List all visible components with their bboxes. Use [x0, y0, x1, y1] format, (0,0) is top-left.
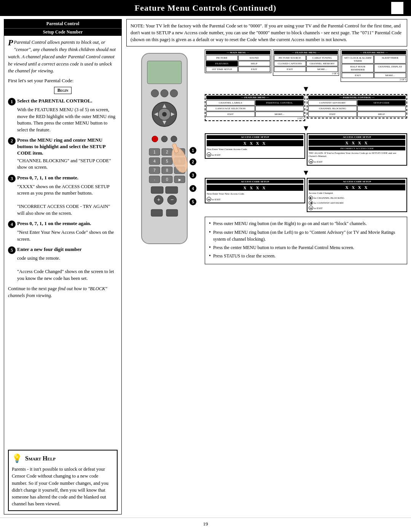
main-container: Parental Control Setup Code Number PPare…	[0, 16, 411, 518]
bullet-section: • Press outer MENU ring button (on the R…	[205, 217, 407, 264]
lightbulb-icon: 💡	[12, 454, 22, 463]
svg-point-12	[152, 136, 158, 142]
smart-help-title: Smart Help	[25, 455, 56, 462]
svg-text:0: 0	[166, 177, 168, 182]
svg-text:▶: ▶	[178, 178, 181, 182]
step-5: 5 Enter a new four digit number code usi…	[8, 246, 118, 282]
step-3-body: "XXXX" shows on the ACCESS CODE SETUP sc…	[17, 184, 118, 217]
step-3: 3 Press 0, 7, 1, 1 on the remote. "XXXX"…	[8, 175, 118, 217]
svg-text:-: -	[154, 178, 155, 182]
smart-help-text: Parents - it isn't possible to unlock or…	[12, 466, 114, 507]
svg-rect-52	[166, 187, 178, 193]
access-code-setup-screen-1: ACCESS CODE SETUP X X X X First Enter Yo…	[205, 133, 305, 159]
arrow-down-3: ▼	[205, 169, 407, 176]
access-code-incorrect-screen: ACCESS CODE SETUP X X X X INCORRECT ACCE…	[307, 133, 407, 166]
right-diagrams-container: — MAIN MENU — PICTURE SOUND FEATURES HEL…	[205, 50, 407, 514]
row-2-screens: — FEATURE MENU — CHANNEL LABELS PARENTAL…	[205, 94, 407, 121]
step-1-header: Select the PARENTAL CONTROL.	[17, 98, 92, 104]
step-2-header: Press the MENU ring and center MENU butt…	[17, 137, 118, 157]
svg-rect-51	[151, 187, 163, 193]
svg-rect-1	[147, 61, 182, 84]
svg-text:7: 7	[153, 168, 156, 173]
setup-code-header: Setup Code Number	[4, 28, 121, 36]
feature-menu-2-screen: — FEATURE MENU — SET CLOCK & ALARM TIMER…	[341, 50, 407, 82]
svg-rect-57	[151, 209, 162, 216]
right-column: NOTE: Your TV left the factory with the …	[126, 19, 407, 514]
svg-point-13	[161, 136, 167, 142]
bullet-2: • Press outer MENU ring button (on the L…	[209, 229, 403, 243]
svg-text:4: 4	[192, 187, 194, 191]
bullet-1-text: Press outer MENU ring button (on the Rig…	[213, 220, 367, 227]
svg-text:3: 3	[192, 173, 194, 177]
remote-control-svg: 1 2 3 4 5 6 7 8 9	[130, 50, 199, 255]
bullet-4-text: Press STATUS to clear the screen.	[213, 252, 276, 259]
svg-text:−: −	[170, 197, 174, 203]
row-4-screens: ACCESS CODE SETUP X X X X Next Enter You…	[205, 178, 407, 212]
step-1-number: 1	[8, 98, 16, 105]
step-5-header: Enter a new four digit number	[17, 246, 82, 253]
access-code-new-screen: ACCESS CODE SETUP X X X X Next Enter You…	[205, 178, 305, 203]
row-1-screens: — MAIN MENU — PICTURE SOUND FEATURES HEL…	[205, 50, 407, 82]
svg-text:1: 1	[153, 150, 156, 154]
svg-text:4: 4	[153, 159, 156, 163]
page-number: 19	[0, 518, 411, 530]
step-5-number: 5	[8, 246, 16, 254]
bullet-3: • Press the center MENU button to return…	[209, 244, 403, 251]
bullet-2-text: Press outer MENU ring button (on the Lef…	[213, 229, 403, 243]
diagrams-area: 1 2 3 4 5 6 7 8 9	[126, 50, 407, 514]
parental-code-label: First let's set your Parental Code:	[8, 78, 118, 84]
continue-text: Continue to the next page find out how t…	[8, 286, 118, 299]
step-3-number: 3	[8, 175, 16, 182]
bullet-4: • Press STATUS to clear the screen.	[209, 252, 403, 259]
step-5-body: code using the remote. "Access Code Chan…	[17, 255, 118, 282]
drop-cap-P: P	[8, 39, 13, 46]
svg-point-2	[151, 89, 159, 97]
step-4-number: 4	[8, 220, 16, 228]
step-1-body: With the FEATURES MENU (3 of 5) on scree…	[17, 107, 118, 133]
row-3-screens: ACCESS CODE SETUP X X X X First Enter Yo…	[205, 133, 407, 166]
svg-text:5: 5	[192, 200, 194, 204]
bullet-3-text: Press the center MENU button to return t…	[213, 244, 354, 251]
intro-italic-text: PParental Control allows parents to bloc…	[8, 39, 118, 75]
main-menu-screen: — MAIN MENU — PICTURE SOUND FEATURES HEL…	[205, 50, 271, 73]
svg-point-3	[161, 89, 168, 97]
svg-text:2: 2	[192, 160, 194, 164]
smart-help-header: 💡 Smart Help	[12, 454, 114, 463]
step-2: 2 Press the MENU ring and center MENU bu…	[8, 137, 118, 171]
step-4-body: "Next Enter Your New Access Code" shows …	[17, 229, 118, 243]
remote-diagram-area: 1 2 3 4 5 6 7 8 9	[126, 50, 202, 514]
svg-point-4	[170, 89, 178, 97]
arrow-down-2: ▼	[205, 124, 407, 132]
step-2-number: 2	[8, 137, 16, 145]
page-title: Feature Menu Controls (Continued)	[0, 0, 411, 16]
note-text: NOTE: Your TV left the factory with the …	[131, 23, 401, 42]
access-code-changed-screen: ACCESS CODE SETUP X X X X Access Code Ch…	[307, 178, 407, 212]
svg-text:5: 5	[166, 159, 168, 163]
step-2-body: "CHANNEL BLOCKING" and "SETUP CODE" show…	[17, 158, 118, 171]
step-1: 1 Select the PARENTAL CONTROL. With the …	[8, 98, 118, 133]
svg-text:+: +	[157, 197, 160, 203]
step-4-header: Press 0, 7, 1, 1 on the remote again.	[17, 220, 91, 227]
feature-menu-1-screen: — FEATURE MENU — PICTURE SOURCE CABLE TU…	[273, 50, 339, 76]
svg-text:8: 8	[166, 168, 168, 173]
feature-menu-3-screen: — FEATURE MENU — CHANNEL LABELS PARENTAL…	[205, 94, 305, 121]
smart-help-box: 💡 Smart Help Parents - it isn't possible…	[8, 450, 118, 511]
note-box: NOTE: Your TV left the factory with the …	[126, 19, 407, 46]
parental-control-screen: — PARENTAL CONTROL — CONTENT ADVISORY SE…	[307, 94, 407, 118]
arrow-down-1: ▼	[205, 85, 407, 93]
step-4: 4 Press 0, 7, 1, 1 on the remote again. …	[8, 220, 118, 243]
begin-label: Begin	[54, 87, 72, 94]
svg-rect-58	[166, 209, 178, 216]
bullet-1: • Press outer MENU ring button (on the R…	[209, 220, 403, 227]
title-box-decoration	[391, 2, 403, 14]
parental-control-header: Parental Control	[4, 19, 121, 28]
svg-text:1: 1	[192, 149, 194, 153]
left-column: Parental Control Setup Code Number PPare…	[4, 19, 122, 514]
step-3-header: Press 0, 7, 1, 1 on the remote.	[17, 175, 78, 181]
svg-point-14	[171, 136, 177, 142]
svg-point-7	[162, 112, 167, 117]
svg-text:2: 2	[166, 150, 168, 154]
left-content-area: PParental Control allows parents to bloc…	[4, 36, 121, 447]
